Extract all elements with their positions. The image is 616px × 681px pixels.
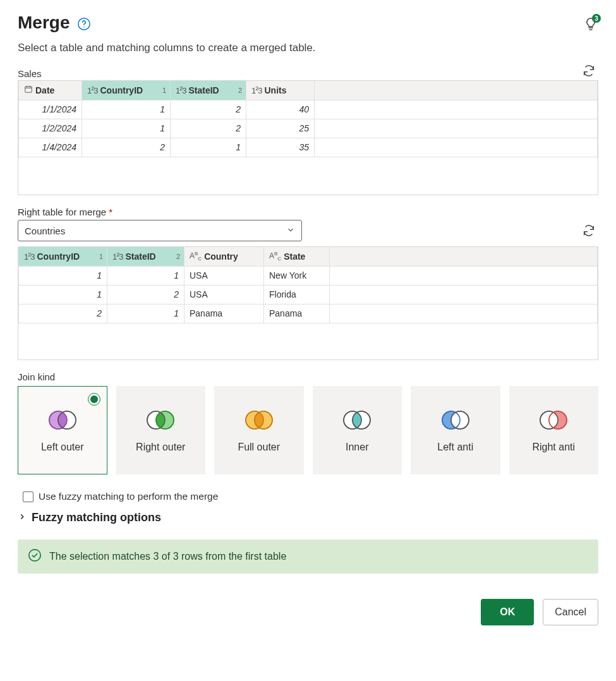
table-cell: 2 bbox=[82, 138, 171, 157]
datatype-icon: 123 bbox=[87, 85, 97, 95]
join-kind-label: Left outer bbox=[41, 442, 84, 453]
table-row[interactable]: 12USAFlorida bbox=[19, 285, 598, 304]
chevron-down-icon bbox=[286, 226, 295, 236]
column-header[interactable]: 123 CountryID1 bbox=[19, 247, 107, 266]
join-kind-label: Join kind bbox=[18, 371, 598, 382]
table-row[interactable]: 21PanamaPanama bbox=[19, 304, 598, 323]
join-kind-left-anti[interactable]: Left anti bbox=[411, 386, 500, 474]
table-cell: 2 bbox=[171, 119, 246, 138]
column-order-badge: 1 bbox=[162, 87, 166, 94]
refresh-icon[interactable] bbox=[582, 224, 596, 239]
checkmark-circle-icon bbox=[28, 548, 42, 565]
join-kind-inner[interactable]: Inner bbox=[313, 386, 402, 474]
column-header[interactable]: 123 Units bbox=[246, 81, 315, 100]
table-cell: 25 bbox=[246, 119, 315, 138]
fuzzy-checkbox[interactable] bbox=[23, 491, 33, 502]
table-cell: 35 bbox=[246, 138, 315, 157]
table-cell: 2 bbox=[107, 285, 184, 304]
column-order-badge: 2 bbox=[176, 253, 180, 260]
right-table-label: Right table for merge * bbox=[18, 207, 598, 217]
refresh-icon[interactable] bbox=[582, 64, 596, 80]
right-table[interactable]: 123 CountryID1123 StateID2ABC CountryABC… bbox=[18, 246, 598, 360]
status-text: The selection matches 3 of 3 rows from t… bbox=[49, 551, 286, 562]
table-cell: 1 bbox=[19, 285, 107, 304]
status-banner: The selection matches 3 of 3 rows from t… bbox=[18, 539, 598, 574]
table-cell: 1/2/2024 bbox=[19, 119, 82, 138]
column-header[interactable]: ABC Country bbox=[184, 247, 264, 266]
svg-point-1 bbox=[84, 27, 85, 27]
fuzzy-options-expander[interactable]: Fuzzy matching options bbox=[18, 511, 598, 524]
table-cell: 1 bbox=[19, 266, 107, 285]
join-kind-label: Full outer bbox=[238, 442, 280, 453]
chevron-right-icon bbox=[18, 511, 27, 524]
right-table-select[interactable]: Countries bbox=[18, 220, 302, 241]
join-kind-left-outer[interactable]: Left outer bbox=[18, 386, 107, 474]
table-row[interactable]: 1/1/20241240 bbox=[19, 100, 598, 119]
table-cell: 40 bbox=[246, 100, 315, 119]
table-cell: 2 bbox=[171, 100, 246, 119]
radio-selected-icon bbox=[88, 393, 100, 406]
fuzzy-checkbox-row[interactable]: Use fuzzy matching to perform the merge bbox=[23, 491, 598, 502]
ok-button[interactable]: OK bbox=[481, 599, 534, 625]
table-cell: Panama bbox=[264, 304, 330, 323]
table-cell: New York bbox=[264, 266, 330, 285]
datatype-icon bbox=[24, 85, 33, 95]
join-kind-right-anti[interactable]: Right anti bbox=[509, 386, 599, 474]
join-kind-label: Right anti bbox=[532, 442, 575, 453]
datatype-icon: 123 bbox=[112, 251, 123, 262]
venn-icon bbox=[438, 407, 473, 433]
dialog-subtitle: Select a table and matching columns to c… bbox=[18, 42, 598, 54]
venn-icon bbox=[536, 407, 571, 433]
left-table-label: Sales bbox=[18, 68, 598, 79]
venn-icon bbox=[143, 407, 178, 433]
column-order-badge: 2 bbox=[238, 87, 242, 94]
column-order-badge: 1 bbox=[99, 253, 103, 260]
datatype-icon: ABC bbox=[269, 251, 281, 262]
join-kind-label: Inner bbox=[346, 442, 368, 453]
join-kind-full-outer[interactable]: Full outer bbox=[214, 386, 304, 474]
dialog-title: Merge bbox=[18, 13, 69, 33]
table-cell: Panama bbox=[184, 304, 264, 323]
column-header[interactable]: Date bbox=[19, 81, 82, 100]
table-cell: 2 bbox=[19, 304, 107, 323]
cancel-button[interactable]: Cancel bbox=[543, 599, 598, 625]
table-row[interactable]: 11USANew York bbox=[19, 266, 598, 285]
right-table-selected-value: Countries bbox=[25, 226, 65, 236]
table-cell: 1 bbox=[171, 138, 246, 157]
join-kind-label: Left anti bbox=[437, 442, 473, 453]
table-row[interactable]: 1/2/20241225 bbox=[19, 119, 598, 138]
datatype-icon: 123 bbox=[24, 251, 34, 262]
datatype-icon: 123 bbox=[176, 85, 186, 95]
column-header[interactable]: ABC State bbox=[264, 247, 330, 266]
table-cell: 1 bbox=[82, 119, 171, 138]
datatype-icon: 123 bbox=[251, 85, 262, 95]
column-header[interactable]: 123 StateID2 bbox=[171, 81, 246, 100]
ideas-badge: 3 bbox=[592, 14, 601, 23]
table-cell: 1 bbox=[107, 266, 184, 285]
venn-icon bbox=[339, 407, 375, 433]
column-header[interactable]: 123 CountryID1 bbox=[82, 81, 171, 100]
join-kind-right-outer[interactable]: Right outer bbox=[116, 386, 206, 474]
table-cell: USA bbox=[184, 266, 264, 285]
table-cell: 1 bbox=[82, 100, 171, 119]
table-cell: 1/4/2024 bbox=[19, 138, 82, 157]
join-kind-label: Right outer bbox=[136, 442, 185, 453]
table-cell: 1/1/2024 bbox=[19, 100, 82, 119]
help-icon[interactable] bbox=[77, 17, 91, 31]
svg-point-39 bbox=[29, 550, 40, 561]
ideas-icon[interactable]: 3 bbox=[583, 16, 598, 32]
table-row[interactable]: 1/4/20242135 bbox=[19, 138, 598, 157]
svg-rect-2 bbox=[25, 87, 32, 92]
datatype-icon: ABC bbox=[190, 251, 202, 262]
left-table[interactable]: Date123 CountryID1123 StateID2123 Units … bbox=[18, 80, 598, 195]
fuzzy-checkbox-label: Use fuzzy matching to perform the merge bbox=[39, 491, 218, 502]
table-cell: 1 bbox=[107, 304, 184, 323]
column-header[interactable]: 123 StateID2 bbox=[107, 247, 184, 266]
venn-icon bbox=[241, 407, 277, 433]
table-cell: USA bbox=[184, 285, 264, 304]
venn-icon bbox=[45, 407, 80, 433]
table-cell: Florida bbox=[264, 285, 330, 304]
